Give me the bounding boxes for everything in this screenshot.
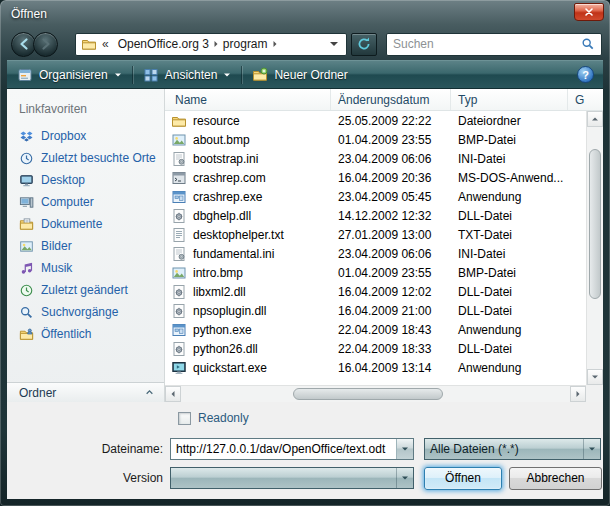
filetype-combo[interactable]: Alle Dateien (*.*)	[424, 438, 601, 460]
file-row[interactable]: quickstart.exe 16.04.2009 13:14 Anwendun…	[165, 358, 586, 377]
cancel-button[interactable]: Abbrechen	[509, 467, 602, 490]
sidebar-item[interactable]: Dokumente	[7, 213, 164, 235]
column-header-type[interactable]: Typ	[451, 89, 568, 110]
sidebar-item-label: Zuletzt geändert	[41, 283, 128, 297]
recent-changed-icon	[19, 283, 34, 298]
dropbox-icon	[19, 129, 34, 144]
sidebar-item[interactable]: Dropbox	[7, 125, 164, 147]
file-type: DLL-Datei	[451, 342, 586, 356]
file-type: DLL-Datei	[451, 285, 586, 299]
readonly-checkbox[interactable]	[178, 412, 191, 425]
sidebar-item[interactable]: Bilder	[7, 235, 164, 257]
dropdown-arrow-icon	[589, 448, 595, 451]
folders-bar[interactable]: Ordner	[7, 382, 164, 402]
vertical-scrollbar[interactable]	[586, 111, 603, 385]
new-folder-icon	[252, 67, 268, 83]
file-row[interactable]: dbghelp.dll 14.12.2002 12:32 DLL-Datei	[165, 206, 586, 225]
views-icon	[143, 67, 159, 83]
triangle-up-icon	[592, 118, 598, 121]
readonly-label: Readonly	[198, 411, 249, 425]
file-row[interactable]: fundamental.ini 23.04.2009 06:06 INI-Dat…	[165, 244, 586, 263]
search-icon[interactable]	[581, 37, 595, 51]
search-box[interactable]	[386, 33, 602, 56]
search-input[interactable]	[393, 37, 577, 51]
file-row[interactable]: python26.dll 22.04.2009 18:33 DLL-Datei	[165, 339, 586, 358]
combo-dropdown-button[interactable]	[396, 439, 413, 459]
command-toolbar: Organisieren Ansichten Neuer Ordner ?	[7, 60, 603, 89]
scrollbar-corner	[586, 385, 603, 402]
sidebar-item[interactable]: Zuletzt besuchte Orte	[7, 147, 164, 169]
file-date: 22.04.2009 18:43	[331, 323, 451, 337]
filetype-value: Alle Dateien (*.*)	[425, 442, 583, 456]
public-icon	[19, 327, 34, 342]
file-name: dbghelp.dll	[193, 209, 251, 223]
file-date: 16.04.2009 20:36	[331, 171, 451, 185]
breadcrumb-collapse[interactable]: «	[97, 37, 114, 51]
version-combo[interactable]	[170, 467, 414, 489]
combo-dropdown-button[interactable]	[583, 439, 600, 459]
sidebar-item[interactable]: Computer	[7, 191, 164, 213]
file-date: 23.04.2009 06:06	[331, 152, 451, 166]
sidebar-item[interactable]: Suchvorgänge	[7, 301, 164, 323]
open-button[interactable]: Öffnen	[424, 467, 502, 490]
views-button[interactable]: Ansichten	[133, 61, 242, 88]
organize-button[interactable]: Organisieren	[7, 61, 132, 88]
combo-dropdown-button[interactable]	[396, 468, 413, 488]
file-row[interactable]: libxml2.dll 16.04.2009 12:02 DLL-Datei	[165, 282, 586, 301]
file-row[interactable]: bootstrap.ini 23.04.2009 06:06 INI-Datei	[165, 149, 586, 168]
filename-row: Dateiname: Alle Dateien (*.*)	[7, 438, 603, 460]
sidebar-item[interactable]: Musik	[7, 257, 164, 279]
file-type: DLL-Datei	[451, 304, 586, 318]
file-row[interactable]: crashrep.exe 23.04.2009 05:45 Anwendung	[165, 187, 586, 206]
refresh-icon	[356, 36, 372, 52]
sidebar-item-label: Suchvorgänge	[41, 305, 118, 319]
file-row[interactable]: npsoplugin.dll 16.04.2009 21:00 DLL-Date…	[165, 301, 586, 320]
scroll-up-button[interactable]	[587, 111, 603, 127]
file-row[interactable]: resource 25.05.2009 22:22 Dateiordner	[165, 111, 586, 130]
file-row[interactable]: crashrep.com 16.04.2009 20:36 MS-DOS-Anw…	[165, 168, 586, 187]
refresh-button[interactable]	[351, 33, 377, 56]
titlebar[interactable]: Öffnen	[0, 0, 610, 28]
address-bar[interactable]: « OpenOffice.org 3 program	[75, 33, 347, 56]
window-title: Öffnen	[11, 7, 47, 21]
file-row[interactable]: python.exe 22.04.2009 18:43 Anwendung	[165, 320, 586, 339]
breadcrumb-item-program[interactable]: program	[219, 37, 272, 51]
new-folder-button[interactable]: Neuer Ordner	[242, 61, 357, 88]
dropdown-arrow-icon	[402, 477, 408, 480]
sidebar-item-label: Musik	[41, 261, 72, 275]
horizontal-scroll-thumb[interactable]	[293, 388, 443, 400]
scroll-down-button[interactable]	[587, 369, 603, 385]
scroll-right-button[interactable]	[570, 386, 586, 402]
music-icon	[19, 261, 34, 276]
filename-input[interactable]	[171, 442, 396, 456]
file-row[interactable]: intro.bmp 01.04.2009 23:55 BMP-Datei	[165, 263, 586, 282]
forward-button[interactable]	[33, 32, 58, 57]
sidebar-item[interactable]: Zuletzt geändert	[7, 279, 164, 301]
organize-label: Organisieren	[39, 68, 108, 82]
dll-file-icon	[171, 303, 187, 319]
column-header-name[interactable]: Name	[165, 89, 331, 110]
file-type: BMP-Datei	[451, 133, 586, 147]
file-date: 01.04.2009 23:55	[331, 133, 451, 147]
file-type: BMP-Datei	[451, 266, 586, 280]
close-icon	[584, 7, 594, 17]
scroll-left-button[interactable]	[165, 386, 181, 402]
help-button[interactable]: ?	[577, 66, 594, 83]
sidebar-item[interactable]: Desktop	[7, 169, 164, 191]
image-file-icon	[171, 132, 187, 148]
breadcrumb-item-openoffice[interactable]: OpenOffice.org 3	[114, 37, 213, 51]
app-icon	[171, 322, 187, 338]
recent-places-icon	[19, 151, 34, 166]
organize-icon	[17, 67, 33, 83]
sidebar-item[interactable]: Öffentlich	[7, 323, 164, 345]
file-row[interactable]: desktophelper.txt 27.01.2009 13:00 TXT-D…	[165, 225, 586, 244]
column-header-size[interactable]: G	[568, 89, 603, 110]
horizontal-scrollbar[interactable]	[165, 385, 586, 402]
column-header-date[interactable]: Änderungsdatum	[331, 89, 451, 110]
vertical-scroll-thumb[interactable]	[589, 149, 601, 299]
filename-combo[interactable]	[170, 438, 414, 460]
address-dropdown-button[interactable]	[327, 34, 341, 55]
version-label: Version	[7, 471, 163, 485]
close-button[interactable]	[574, 3, 604, 21]
file-row[interactable]: about.bmp 01.04.2009 23:55 BMP-Datei	[165, 130, 586, 149]
